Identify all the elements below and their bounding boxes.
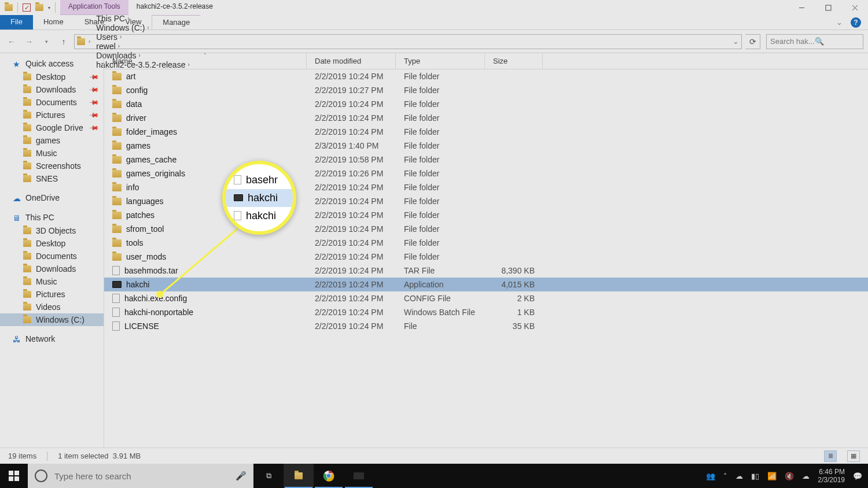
folder-icon bbox=[23, 291, 31, 298]
column-date[interactable]: Date modified bbox=[307, 53, 396, 69]
sidebar-this-pc[interactable]: 🖥 This PC bbox=[0, 210, 104, 224]
doc-icon bbox=[112, 266, 120, 275]
task-view-button[interactable]: ⧉ bbox=[253, 464, 284, 488]
maximize-button[interactable] bbox=[815, 0, 841, 15]
folder-icon bbox=[23, 227, 31, 234]
taskbar-search[interactable]: 🎤 bbox=[28, 464, 253, 488]
tab-file[interactable]: File bbox=[0, 15, 33, 29]
sidebar-item[interactable]: Videos bbox=[0, 301, 104, 313]
doc-icon bbox=[112, 321, 120, 331]
table-row[interactable]: art2/2/2019 10:24 PMFile folder bbox=[104, 69, 868, 83]
nav-up-button[interactable]: ↑ bbox=[57, 35, 71, 49]
sidebar-item[interactable]: Windows (C:) bbox=[0, 313, 104, 326]
sidebar-item[interactable]: Pictures bbox=[0, 288, 104, 301]
sidebar-item[interactable]: Music bbox=[0, 275, 104, 288]
close-button[interactable] bbox=[841, 0, 868, 15]
table-row[interactable]: user_mods2/2/2019 10:24 PMFile folder bbox=[104, 250, 868, 264]
qat-customize-icon[interactable]: ▾ bbox=[48, 5, 50, 10]
table-row[interactable]: hakchi2/2/2019 10:24 PMApplication4,015 … bbox=[104, 278, 868, 291]
taskbar[interactable]: 🎤 ⧉ 👥 ˄ ☁ ▮▯ 📶 🔇 ☁ 6:46 PM 2/3/2019 💬 bbox=[0, 464, 868, 488]
tray-clock[interactable]: 6:46 PM 2/3/2019 bbox=[818, 468, 845, 485]
search-input[interactable]: Search hak... 🔍 bbox=[766, 34, 863, 49]
tray-volume-icon[interactable]: 🔇 bbox=[785, 472, 794, 480]
tray-battery-icon[interactable]: ▮▯ bbox=[751, 472, 759, 480]
sidebar-item[interactable]: Downloads📌 bbox=[0, 83, 104, 96]
sidebar-item[interactable]: Pictures📌 bbox=[0, 109, 104, 121]
table-row[interactable]: folder_images2/2/2019 10:24 PMFile folde… bbox=[104, 125, 868, 139]
tab-home[interactable]: Home bbox=[33, 15, 74, 29]
file-list[interactable]: art2/2/2019 10:24 PMFile folderconfig2/2… bbox=[104, 69, 868, 448]
table-row[interactable]: basehmods.tar2/2/2019 10:24 PMTAR File8,… bbox=[104, 264, 868, 278]
taskbar-hakchi[interactable] bbox=[344, 464, 374, 488]
sidebar-item[interactable]: Desktop📌 bbox=[0, 71, 104, 83]
tray-notifications-icon[interactable]: 💬 bbox=[853, 472, 862, 480]
sidebar-quick-access[interactable]: ★ Quick access bbox=[0, 57, 104, 71]
table-row[interactable]: games_cache2/2/2019 10:58 PMFile folder bbox=[104, 153, 868, 167]
tray-overflow-icon[interactable]: ˄ bbox=[723, 472, 727, 480]
table-row[interactable]: games2/3/2019 1:40 PMFile folder bbox=[104, 139, 868, 153]
pin-icon: 📌 bbox=[88, 122, 99, 133]
table-row[interactable]: tools2/2/2019 10:24 PMFile folder bbox=[104, 236, 868, 250]
address-dropdown-icon[interactable]: ⌄ bbox=[733, 37, 739, 46]
taskbar-explorer[interactable] bbox=[284, 464, 314, 488]
table-row[interactable]: hakchi-nonportable2/2/2019 10:24 PMWindo… bbox=[104, 305, 868, 319]
sidebar-item[interactable]: Screenshots bbox=[0, 160, 104, 172]
tray-people-icon[interactable]: 👥 bbox=[706, 472, 715, 480]
view-details-button[interactable]: ≣ bbox=[824, 450, 837, 462]
breadcrumb-segment[interactable]: Users› bbox=[94, 32, 192, 42]
table-row[interactable]: hakchi.exe.config2/2/2019 10:24 PMCONFIG… bbox=[104, 291, 868, 305]
tray-onedrive-icon[interactable]: ☁ bbox=[735, 472, 743, 480]
ribbon-collapse-icon[interactable]: ⌄ bbox=[836, 18, 843, 27]
navigation-pane[interactable]: ★ Quick access Desktop📌Downloads📌Documen… bbox=[0, 53, 104, 448]
sidebar-item[interactable]: Documents📌 bbox=[0, 96, 104, 109]
sidebar-item[interactable]: Music bbox=[0, 147, 104, 160]
sidebar-item[interactable]: Downloads bbox=[0, 263, 104, 275]
sidebar-item[interactable]: SNES bbox=[0, 172, 104, 185]
nav-forward-button[interactable]: → bbox=[22, 35, 36, 49]
folder-icon bbox=[112, 198, 122, 205]
breadcrumb-segment[interactable]: rewel› bbox=[94, 42, 192, 51]
table-row[interactable]: sfrom_tool2/2/2019 10:24 PMFile folder bbox=[104, 222, 868, 236]
taskbar-chrome[interactable] bbox=[314, 464, 344, 488]
tray-wifi-icon[interactable]: 📶 bbox=[767, 472, 777, 480]
sidebar-item[interactable]: Documents bbox=[0, 250, 104, 263]
column-size[interactable]: Size bbox=[485, 53, 543, 69]
table-row[interactable]: driver2/2/2019 10:24 PMFile folder bbox=[104, 111, 868, 125]
qat-properties-icon[interactable]: ✓ bbox=[23, 3, 31, 12]
sidebar-item[interactable]: Google Drive📌 bbox=[0, 121, 104, 134]
address-bar[interactable]: › This PC›Windows (C:)›Users›rewel›Downl… bbox=[74, 34, 742, 49]
sidebar-item[interactable]: 3D Objects bbox=[0, 224, 104, 237]
taskbar-search-input[interactable] bbox=[54, 471, 229, 481]
nav-back-button[interactable]: ← bbox=[5, 35, 19, 49]
table-row[interactable]: patches2/2/2019 10:24 PMFile folder bbox=[104, 208, 868, 222]
view-large-icons-button[interactable]: ▦ bbox=[847, 450, 860, 462]
table-row[interactable]: config2/2/2019 10:27 PMFile folder bbox=[104, 83, 868, 97]
sidebar-item[interactable]: Desktop bbox=[0, 237, 104, 250]
svg-point-10 bbox=[326, 474, 331, 478]
nav-history-icon[interactable]: ▾ bbox=[39, 35, 53, 49]
column-headers[interactable]: Name˄ Date modified Type Size bbox=[104, 53, 868, 69]
table-row[interactable]: games_originals2/2/2019 10:26 PMFile fol… bbox=[104, 167, 868, 180]
sort-indicator-icon: ˄ bbox=[204, 53, 207, 58]
column-type[interactable]: Type bbox=[396, 53, 485, 69]
minimize-button[interactable] bbox=[788, 0, 815, 15]
breadcrumb-segment[interactable]: This PC› bbox=[94, 14, 192, 23]
sidebar-network[interactable]: 🖧 Network bbox=[0, 332, 104, 346]
sidebar-onedrive[interactable]: ☁ OneDrive bbox=[0, 191, 104, 205]
column-name[interactable]: Name˄ bbox=[104, 53, 307, 69]
sidebar-item[interactable]: games bbox=[0, 134, 104, 147]
pin-icon: 📌 bbox=[88, 97, 99, 108]
help-icon[interactable]: ? bbox=[851, 17, 861, 28]
table-row[interactable]: data2/2/2019 10:24 PMFile folder bbox=[104, 97, 868, 111]
table-row[interactable]: LICENSE2/2/2019 10:24 PMFile35 KB bbox=[104, 319, 868, 333]
table-row[interactable]: languages2/2/2019 10:24 PMFile folder bbox=[104, 194, 868, 208]
breadcrumb-segment[interactable]: Windows (C:)› bbox=[94, 23, 192, 32]
mic-icon[interactable]: 🎤 bbox=[236, 471, 247, 481]
table-row[interactable]: info2/2/2019 10:24 PMFile folder bbox=[104, 180, 868, 194]
search-icon: 🔍 bbox=[815, 37, 859, 46]
refresh-button[interactable]: ⟳ bbox=[745, 34, 760, 49]
start-button[interactable] bbox=[0, 464, 28, 488]
folder-icon bbox=[23, 316, 31, 323]
tray-sync-icon[interactable]: ☁ bbox=[802, 472, 810, 480]
qat-newfolder-icon[interactable] bbox=[35, 4, 43, 11]
